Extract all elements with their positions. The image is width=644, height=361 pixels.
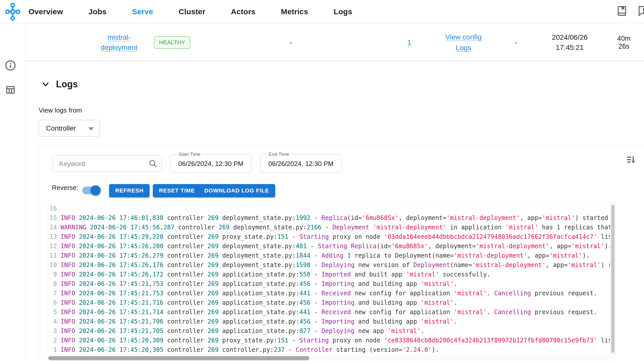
nav-right-icons xyxy=(616,5,644,17)
replicas-cell: 1 xyxy=(407,38,411,47)
log-line: 16 xyxy=(50,204,616,213)
log-line: 8INFO 2024-06-26 17:45:21,753 controller… xyxy=(50,279,616,289)
log-line: 14WARNING 2024-06-26 17:45:56,287 contro… xyxy=(50,223,616,232)
started-at-cell: 2024/06/26 17:45:21 xyxy=(548,32,591,53)
log-viewer-card: Start Time End Time Reverse: REFRESH RES… xyxy=(39,146,644,361)
refresh-button[interactable]: REFRESH xyxy=(109,184,150,197)
log-line: 12INFO 2024-06-26 17:45:26,280 controlle… xyxy=(50,242,616,251)
reverse-toggle-label: Reverse: xyxy=(52,184,78,192)
deployment-name-link[interactable]: mistral-deployment xyxy=(101,33,138,51)
status-badge: HEALTHY xyxy=(154,36,190,49)
feedback-icon[interactable] xyxy=(637,5,644,17)
nav-tab-jobs[interactable]: Jobs xyxy=(89,7,107,16)
log-line: 3INFO 2024-06-26 17:45:21,705 controller… xyxy=(50,326,616,336)
start-time-input[interactable] xyxy=(170,155,251,173)
log-output-box: 1615INFO 2024-06-26 17:46:01,838 control… xyxy=(47,203,616,355)
info-icon[interactable] xyxy=(4,60,17,72)
status-message-cell: - xyxy=(289,38,292,47)
log-line: 15INFO 2024-06-26 17:46:01,838 controlle… xyxy=(50,213,616,223)
docs-book-icon[interactable] xyxy=(616,5,628,17)
download-log-file-button[interactable]: DOWNLOAD LOG FILE xyxy=(198,184,275,197)
horizontal-scrollbar[interactable] xyxy=(47,356,616,361)
view-config-link[interactable]: View config xyxy=(445,33,482,41)
start-time-label: Start Time xyxy=(177,151,203,157)
ray-logo xyxy=(4,3,21,21)
replicas-count-link[interactable]: 1 xyxy=(407,38,411,46)
left-rail xyxy=(0,24,25,361)
nav-tab-actors[interactable]: Actors xyxy=(231,7,256,16)
reverse-toggle[interactable] xyxy=(82,187,99,194)
top-nav-bar: Overview Jobs Serve Cluster Actors Metri… xyxy=(0,0,644,24)
log-line: 7INFO 2024-06-26 17:45:21,753 controller… xyxy=(50,289,616,298)
log-lines: 1615INFO 2024-06-26 17:46:01,838 control… xyxy=(48,203,616,355)
log-line: 11INFO 2024-06-26 17:45:26,279 controlle… xyxy=(50,251,616,260)
nav-tab-overview[interactable]: Overview xyxy=(28,7,63,16)
nav-tab-cluster[interactable]: Cluster xyxy=(179,7,205,16)
keyword-input[interactable] xyxy=(59,160,148,168)
view-logs-from-label: View logs from xyxy=(39,106,82,114)
log-line: 6INFO 2024-06-26 17:45:21,716 controller… xyxy=(50,298,616,308)
actions-cell: View config Logs xyxy=(445,32,482,53)
select-dropdown-arrow-icon xyxy=(88,127,94,130)
log-line: 1INFO 2024-06-26 17:45:20,305 controller… xyxy=(50,345,616,355)
nav-tab-metrics[interactable]: Metrics xyxy=(281,7,308,16)
log-source-select[interactable]: Controller xyxy=(39,120,100,137)
end-time-input[interactable] xyxy=(260,155,341,173)
toggle-thumb xyxy=(91,185,101,196)
keyword-search-field xyxy=(52,156,162,172)
reset-time-button[interactable]: RESET TIME xyxy=(153,184,201,197)
vertical-scrollbar-thumb[interactable] xyxy=(611,205,614,353)
row-logs-link[interactable]: Logs xyxy=(456,44,471,52)
log-line: 5INFO 2024-06-26 17:45:21,714 controller… xyxy=(50,308,616,317)
start-time-field: Start Time xyxy=(170,155,252,173)
vertical-scrollbar[interactable] xyxy=(610,203,616,355)
nav-tab-serve[interactable]: Serve xyxy=(132,7,153,16)
horizontal-scrollbar-thumb[interactable] xyxy=(48,356,309,360)
duration-cell: 40m 26s xyxy=(614,35,634,50)
end-time-field: End Time xyxy=(260,155,342,173)
deployment-name-cell: mistral-deployment xyxy=(99,32,139,53)
logs-section-title: Logs xyxy=(56,79,78,90)
end-time-label: End Time xyxy=(267,151,291,157)
sort-descending-icon[interactable] xyxy=(625,154,637,166)
log-line: 2INFO 2024-06-26 17:45:20,309 controller… xyxy=(50,336,616,345)
search-icon[interactable] xyxy=(148,159,158,169)
logs-section-header[interactable]: Logs xyxy=(41,79,78,90)
chevron-down-icon[interactable] xyxy=(41,79,50,89)
deployment-table-row: mistral-deployment HEALTHY - 1 View conf… xyxy=(26,24,644,61)
deployment-status-cell: HEALTHY xyxy=(154,36,190,49)
log-line: 9INFO 2024-06-26 17:45:26,172 controller… xyxy=(50,270,616,279)
nav-tabs: Overview Jobs Serve Cluster Actors Metri… xyxy=(28,7,352,16)
empty-cell: - xyxy=(515,38,517,47)
log-line: 4INFO 2024-06-26 17:45:21,706 controller… xyxy=(50,317,616,326)
log-line: 13INFO 2024-06-26 17:45:29,220 controlle… xyxy=(50,232,616,242)
log-line: 10INFO 2024-06-26 17:45:26,176 controlle… xyxy=(50,260,616,270)
table-view-icon[interactable] xyxy=(4,84,17,96)
log-source-selected-value: Controller xyxy=(46,124,76,132)
nav-tab-logs[interactable]: Logs xyxy=(334,7,352,16)
